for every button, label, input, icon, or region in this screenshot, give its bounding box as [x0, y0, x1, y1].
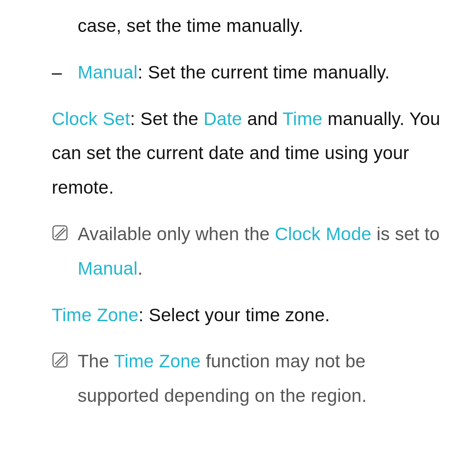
clock-set-paragraph: Clock Set: Set the Date and Time manuall… — [17, 102, 449, 205]
manual-desc: : Set the current time manually. — [138, 62, 390, 82]
svg-rect-3 — [53, 353, 67, 367]
note1-text-2: is set to — [372, 224, 440, 244]
note-time-zone: The Time Zone function may not be suppor… — [17, 344, 449, 413]
manual-label: Manual — [78, 62, 138, 82]
manual-item-body: Manual: Set the current time manually. — [78, 55, 449, 90]
note-body: Available only when the Clock Mode is se… — [78, 217, 449, 286]
previous-line-fragment: case, set the time manually. — [17, 9, 449, 43]
svg-rect-0 — [53, 226, 67, 240]
note-icon-svg — [52, 352, 68, 368]
clock-mode-label: Clock Mode — [275, 224, 372, 244]
note-body: The Time Zone function may not be suppor… — [78, 344, 449, 413]
time-zone-label: Time Zone — [52, 305, 139, 325]
clock-set-text-1: : Set the — [130, 109, 204, 129]
time-zone-desc: : Select your time zone. — [139, 305, 330, 325]
dash-bullet: – — [52, 55, 78, 90]
clock-set-text-2: and — [242, 109, 283, 129]
note-icon — [52, 344, 78, 413]
time-label: Time — [283, 109, 323, 129]
clock-set-label: Clock Set — [52, 109, 130, 129]
time-zone-paragraph: Time Zone: Select your time zone. — [17, 298, 449, 332]
note-icon — [52, 217, 78, 286]
note1-text-1: Available only when the — [78, 224, 275, 244]
text-fragment: case, set the time manually. — [78, 16, 303, 36]
note1-text-3: . — [138, 258, 143, 279]
manual-value-label: Manual — [78, 258, 138, 279]
note2-text-1: The — [78, 351, 114, 371]
note-clock-mode: Available only when the Clock Mode is se… — [17, 217, 449, 286]
note-icon-svg — [52, 225, 68, 241]
manual-page: case, set the time manually. – Manual: S… — [0, 0, 466, 438]
date-label: Date — [204, 109, 242, 129]
manual-list-item: – Manual: Set the current time manually. — [17, 55, 449, 90]
time-zone-ref-label: Time Zone — [114, 351, 201, 371]
